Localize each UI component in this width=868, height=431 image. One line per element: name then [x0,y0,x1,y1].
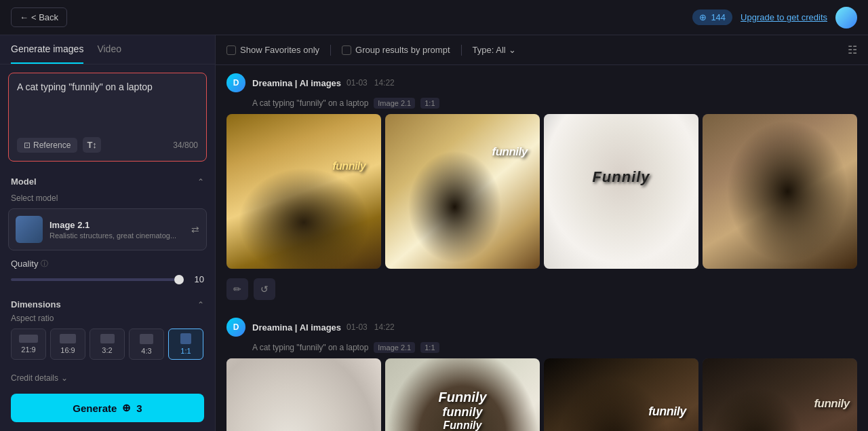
main-layout: Generate images Video A cat typing "funn… [0,35,868,431]
avatar[interactable] [835,7,857,29]
reference-button[interactable]: ⊡ Reference [17,138,77,153]
tab-video[interactable]: Video [97,35,121,64]
group-2-image-3[interactable]: funnily [544,358,698,431]
group-1-image-3-text: Funnily [592,168,650,186]
image-group-2: D Dreamina | AI images 01-03 14:22 A cat… [226,318,857,431]
aspect-ratio-label: Aspect ratio [11,314,204,323]
back-label: < Back [31,12,58,22]
group-2-image-2[interactable]: Funnily funnily Funnily [385,358,540,431]
char-count: 34/800 [173,140,198,150]
aspect-21-9[interactable]: 21:9 [11,329,46,360]
aspect-16-9[interactable]: 16:9 [50,329,85,360]
model-label: Model [11,176,37,187]
group-1-model-badge: Image 2.1 [374,98,415,109]
group-1-image-3-inner: Funnily [544,114,698,269]
group-2-name: Dreamina | AI images [252,322,341,333]
sidebar-tabs: Generate images Video [0,35,215,64]
group-results-checkbox[interactable] [342,45,351,55]
group-2-image-4-inner: funnily [703,358,857,431]
group-1-image-4-inner [703,114,857,269]
group-2-meta: D Dreamina | AI images 01-03 14:22 [226,318,857,337]
aspect-16-9-icon [60,334,76,343]
aspect-16-9-label: 16:9 [60,346,75,354]
reference-label: Reference [33,140,71,150]
aspect-1-1-label: 1:1 [180,347,191,355]
group-1-image-2[interactable]: funnily [385,114,540,269]
model-card[interactable]: Image 2.1 Realistic structures, great ci… [8,208,207,250]
sidebar: Generate images Video A cat typing "funn… [0,35,216,431]
dimensions-chevron-icon[interactable]: ⌃ [197,300,204,310]
back-button[interactable]: ← < Back [11,7,67,27]
group-1-image-row: funnily funnily Funnily [226,114,857,269]
group-2-image-1[interactable]: Funnily [226,358,381,431]
group-2-info: Dreamina | AI images 01-03 14:22 [252,322,395,333]
tab-generate-images[interactable]: Generate images [11,35,83,64]
credit-details-row[interactable]: Credit details ⌄ [0,368,215,388]
group-1-image-1-text: funnily [332,160,366,172]
content-toolbar: Show Favorites only Group results by pro… [216,35,868,65]
type-filter-label: Type: All [473,45,506,55]
aspect-1-1-icon [180,333,191,344]
aspect-3-2-label: 3:2 [102,346,112,354]
group-1-refresh-button[interactable]: ↺ [254,278,275,300]
group-results-check[interactable]: Group results by prompt [342,45,450,55]
group-1-image-2-inner: funnily [385,114,540,269]
generate-label: Generate [73,402,117,414]
group-1-meta: D Dreamina | AI images 01-03 14:22 [226,73,857,92]
generate-credit-cost: 3 [136,402,142,414]
group-2-image-row: Funnily Funnily funnily Funnily [226,358,857,431]
prompt-tools: ⊡ Reference T↕ [17,137,101,153]
select-model-label: Select model [0,191,215,208]
dimensions-section: Aspect ratio 21:9 16:9 3:2 4:3 [0,314,215,368]
model-section-header: Model ⌃ [0,170,215,191]
group-1-prompt: A cat typing "funnily" on a laptop [252,98,368,108]
group-1-info: Dreamina | AI images 01-03 14:22 [252,78,395,88]
quality-slider-row: 10 [11,274,204,284]
group-1-avatar: D [226,73,245,92]
show-favorites-check[interactable]: Show Favorites only [226,45,319,55]
group-2-image-4[interactable]: funnily [703,358,857,431]
group-1-image-3[interactable]: Funnily [544,114,698,269]
aspect-21-9-icon [19,335,38,343]
group-1-edit-button[interactable]: ✏ [226,278,248,300]
group-1-image-1-inner: funnily [226,114,381,269]
group-1-image-1[interactable]: funnily [226,114,381,269]
group-1-prompt-row: A cat typing "funnily" on a laptop Image… [226,98,857,109]
group-2-date: 01-03 14:22 [347,322,395,332]
show-favorites-checkbox[interactable] [226,45,236,55]
image-group-1: D Dreamina | AI images 01-03 14:22 A cat… [226,73,857,304]
group-1-name: Dreamina | AI images [252,78,341,88]
model-settings-icon[interactable]: ⇄ [191,224,199,235]
credit-details-label: Credit details [11,373,58,383]
text-style-button[interactable]: T↕ [83,137,100,153]
show-favorites-label: Show Favorites only [240,45,319,55]
group-2-prompt: A cat typing "funnily" on a laptop [252,343,368,352]
aspect-3-2-icon [100,334,115,343]
toolbar-right: ☷ [848,43,857,56]
credits-count: 144 [711,12,726,22]
aspect-21-9-label: 21:9 [21,345,35,354]
model-chevron-icon[interactable]: ⌃ [197,177,204,187]
aspect-4-3[interactable]: 4:3 [129,329,164,360]
model-thumbnail [16,216,43,243]
aspect-grid: 21:9 16:9 3:2 4:3 1:1 [11,329,204,360]
content-area: Show Favorites only Group results by pro… [216,35,868,431]
aspect-3-2[interactable]: 3:2 [90,329,125,360]
images-scroll: D Dreamina | AI images 01-03 14:22 A cat… [216,65,868,431]
credits-badge: ⊕ 144 [692,10,732,25]
prompt-input[interactable]: A cat typing "funnily" on a laptop [17,81,198,129]
toolbar-divider [330,45,331,56]
upgrade-link[interactable]: Upgrade to get credits [741,12,827,22]
topbar-left: ← < Back [11,7,67,27]
group-1-image-4[interactable] [703,114,857,269]
generate-button[interactable]: Generate ⊕ 3 [11,394,204,422]
quality-value: 10 [191,274,204,284]
quality-slider[interactable] [11,278,184,281]
gallery-icon[interactable]: ☷ [848,44,857,56]
aspect-1-1[interactable]: 1:1 [168,329,203,360]
type-filter-button[interactable]: Type: All ⌄ [473,45,516,55]
generate-credit-icon: ⊕ [122,402,131,414]
group-1-actions: ✏ ↺ [226,274,857,304]
group-2-prompt-row: A cat typing "funnily" on a laptop Image… [226,342,857,353]
toolbar-divider-2 [461,45,462,56]
